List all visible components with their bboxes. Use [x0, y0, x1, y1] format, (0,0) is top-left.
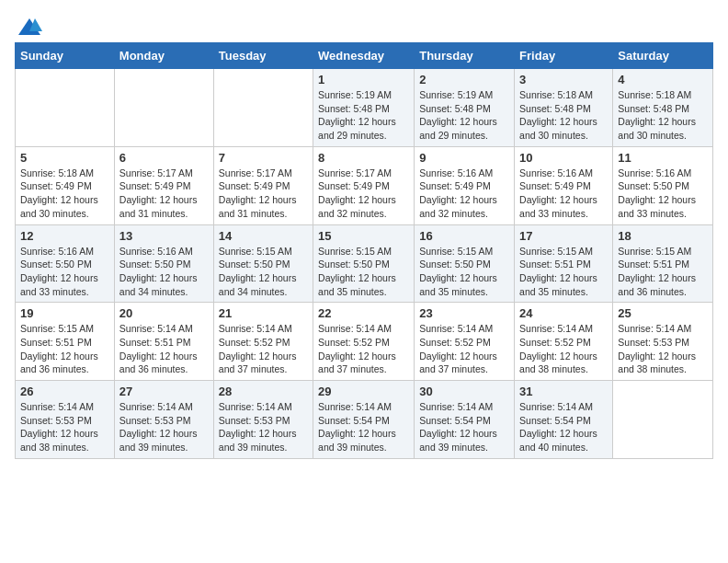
- day-info: Sunrise: 5:17 AM Sunset: 5:49 PM Dayligh…: [119, 167, 209, 221]
- day-info: Sunrise: 5:16 AM Sunset: 5:50 PM Dayligh…: [618, 167, 708, 221]
- logo-icon: [17, 15, 42, 40]
- day-number: 27: [119, 385, 209, 398]
- day-info: Sunrise: 5:16 AM Sunset: 5:50 PM Dayligh…: [20, 245, 109, 299]
- day-number: 22: [318, 306, 409, 320]
- calendar-week-row: 26Sunrise: 5:14 AM Sunset: 5:53 PM Dayli…: [16, 381, 713, 459]
- day-info: Sunrise: 5:18 AM Sunset: 5:48 PM Dayligh…: [519, 88, 608, 143]
- day-number: 24: [519, 306, 608, 320]
- day-header-sunday: Sunday: [16, 43, 115, 69]
- day-number: 18: [618, 229, 708, 243]
- calendar-cell: 8Sunrise: 5:17 AM Sunset: 5:49 PM Daylig…: [313, 146, 415, 224]
- calendar-cell: 26Sunrise: 5:14 AM Sunset: 5:53 PM Dayli…: [16, 381, 115, 459]
- day-number: 31: [519, 385, 608, 398]
- calendar-cell: 31Sunrise: 5:14 AM Sunset: 5:54 PM Dayli…: [515, 381, 613, 459]
- calendar-cell: 7Sunrise: 5:17 AM Sunset: 5:49 PM Daylig…: [213, 146, 313, 224]
- calendar-cell: 28Sunrise: 5:14 AM Sunset: 5:53 PM Dayli…: [213, 381, 313, 459]
- calendar-cell: 12Sunrise: 5:16 AM Sunset: 5:50 PM Dayli…: [16, 224, 115, 303]
- day-info: Sunrise: 5:14 AM Sunset: 5:52 PM Dayligh…: [219, 322, 308, 376]
- day-info: Sunrise: 5:14 AM Sunset: 5:54 PM Dayligh…: [519, 400, 608, 454]
- day-info: Sunrise: 5:17 AM Sunset: 5:49 PM Dayligh…: [219, 167, 308, 221]
- day-info: Sunrise: 5:15 AM Sunset: 5:50 PM Dayligh…: [318, 245, 409, 299]
- day-header-friday: Friday: [515, 43, 613, 69]
- calendar-cell: 9Sunrise: 5:16 AM Sunset: 5:49 PM Daylig…: [415, 146, 515, 224]
- day-info: Sunrise: 5:17 AM Sunset: 5:49 PM Dayligh…: [318, 167, 409, 221]
- calendar-cell: 27Sunrise: 5:14 AM Sunset: 5:53 PM Dayli…: [114, 381, 213, 459]
- page-header: [15, 15, 713, 35]
- logo: [15, 15, 42, 35]
- calendar-cell: 22Sunrise: 5:14 AM Sunset: 5:52 PM Dayli…: [313, 303, 415, 381]
- calendar-week-row: 1Sunrise: 5:19 AM Sunset: 5:48 PM Daylig…: [16, 69, 713, 147]
- calendar-cell: 15Sunrise: 5:15 AM Sunset: 5:50 PM Dayli…: [313, 224, 415, 303]
- day-number: 23: [419, 306, 509, 320]
- day-info: Sunrise: 5:14 AM Sunset: 5:53 PM Dayligh…: [20, 400, 109, 454]
- day-number: 1: [318, 73, 409, 86]
- day-info: Sunrise: 5:18 AM Sunset: 5:49 PM Dayligh…: [20, 167, 109, 221]
- calendar-cell: 5Sunrise: 5:18 AM Sunset: 5:49 PM Daylig…: [16, 146, 115, 224]
- day-number: 29: [318, 385, 409, 398]
- day-info: Sunrise: 5:18 AM Sunset: 5:48 PM Dayligh…: [618, 88, 708, 143]
- calendar-cell: 11Sunrise: 5:16 AM Sunset: 5:50 PM Dayli…: [613, 146, 713, 224]
- calendar-cell: 17Sunrise: 5:15 AM Sunset: 5:51 PM Dayli…: [515, 224, 613, 303]
- day-info: Sunrise: 5:19 AM Sunset: 5:48 PM Dayligh…: [318, 88, 409, 143]
- calendar-cell: [613, 381, 713, 459]
- day-header-wednesday: Wednesday: [313, 43, 415, 69]
- day-number: 15: [318, 229, 409, 243]
- calendar-body: 1Sunrise: 5:19 AM Sunset: 5:48 PM Daylig…: [16, 69, 713, 459]
- day-info: Sunrise: 5:16 AM Sunset: 5:49 PM Dayligh…: [519, 167, 608, 221]
- calendar-table: SundayMondayTuesdayWednesdayThursdayFrid…: [15, 42, 713, 459]
- calendar-cell: 24Sunrise: 5:14 AM Sunset: 5:52 PM Dayli…: [515, 303, 613, 381]
- day-info: Sunrise: 5:19 AM Sunset: 5:48 PM Dayligh…: [419, 88, 509, 143]
- day-info: Sunrise: 5:14 AM Sunset: 5:52 PM Dayligh…: [419, 322, 509, 376]
- calendar-cell: [213, 69, 313, 147]
- day-info: Sunrise: 5:15 AM Sunset: 5:50 PM Dayligh…: [419, 245, 509, 299]
- day-info: Sunrise: 5:16 AM Sunset: 5:50 PM Dayligh…: [119, 245, 209, 299]
- calendar-cell: 16Sunrise: 5:15 AM Sunset: 5:50 PM Dayli…: [415, 224, 515, 303]
- day-info: Sunrise: 5:14 AM Sunset: 5:52 PM Dayligh…: [519, 322, 608, 376]
- day-info: Sunrise: 5:15 AM Sunset: 5:51 PM Dayligh…: [20, 322, 109, 376]
- day-number: 3: [519, 73, 608, 86]
- calendar-week-row: 19Sunrise: 5:15 AM Sunset: 5:51 PM Dayli…: [16, 303, 713, 381]
- day-info: Sunrise: 5:14 AM Sunset: 5:51 PM Dayligh…: [119, 322, 209, 376]
- calendar-cell: [114, 69, 213, 147]
- day-info: Sunrise: 5:14 AM Sunset: 5:54 PM Dayligh…: [419, 400, 509, 454]
- calendar-week-row: 5Sunrise: 5:18 AM Sunset: 5:49 PM Daylig…: [16, 146, 713, 224]
- day-number: 20: [119, 306, 209, 320]
- calendar-cell: 14Sunrise: 5:15 AM Sunset: 5:50 PM Dayli…: [213, 224, 313, 303]
- day-info: Sunrise: 5:14 AM Sunset: 5:54 PM Dayligh…: [318, 400, 409, 454]
- day-header-tuesday: Tuesday: [213, 43, 313, 69]
- day-header-saturday: Saturday: [613, 43, 713, 69]
- calendar-cell: 30Sunrise: 5:14 AM Sunset: 5:54 PM Dayli…: [415, 381, 515, 459]
- day-info: Sunrise: 5:14 AM Sunset: 5:53 PM Dayligh…: [219, 400, 308, 454]
- day-number: 8: [318, 151, 409, 165]
- calendar-cell: 2Sunrise: 5:19 AM Sunset: 5:48 PM Daylig…: [415, 69, 515, 147]
- calendar-cell: 19Sunrise: 5:15 AM Sunset: 5:51 PM Dayli…: [16, 303, 115, 381]
- calendar-cell: 25Sunrise: 5:14 AM Sunset: 5:53 PM Dayli…: [613, 303, 713, 381]
- day-info: Sunrise: 5:14 AM Sunset: 5:53 PM Dayligh…: [119, 400, 209, 454]
- day-number: 26: [20, 385, 109, 398]
- day-number: 19: [20, 306, 109, 320]
- day-number: 2: [419, 73, 509, 86]
- day-header-monday: Monday: [114, 43, 213, 69]
- calendar-cell: 13Sunrise: 5:16 AM Sunset: 5:50 PM Dayli…: [114, 224, 213, 303]
- calendar-cell: 18Sunrise: 5:15 AM Sunset: 5:51 PM Dayli…: [613, 224, 713, 303]
- day-number: 10: [519, 151, 608, 165]
- day-number: 7: [219, 151, 308, 165]
- day-number: 4: [618, 73, 708, 86]
- calendar-cell: 1Sunrise: 5:19 AM Sunset: 5:48 PM Daylig…: [313, 69, 415, 147]
- calendar-header-row: SundayMondayTuesdayWednesdayThursdayFrid…: [16, 43, 713, 69]
- day-number: 21: [219, 306, 308, 320]
- day-number: 30: [419, 385, 509, 398]
- calendar-cell: 3Sunrise: 5:18 AM Sunset: 5:48 PM Daylig…: [515, 69, 613, 147]
- day-info: Sunrise: 5:16 AM Sunset: 5:49 PM Dayligh…: [419, 167, 509, 221]
- day-info: Sunrise: 5:14 AM Sunset: 5:52 PM Dayligh…: [318, 322, 409, 376]
- day-number: 25: [618, 306, 708, 320]
- day-number: 11: [618, 151, 708, 165]
- day-info: Sunrise: 5:15 AM Sunset: 5:51 PM Dayligh…: [618, 245, 708, 299]
- day-number: 6: [119, 151, 209, 165]
- day-header-thursday: Thursday: [415, 43, 515, 69]
- calendar-cell: 10Sunrise: 5:16 AM Sunset: 5:49 PM Dayli…: [515, 146, 613, 224]
- day-number: 17: [519, 229, 608, 243]
- calendar-cell: 23Sunrise: 5:14 AM Sunset: 5:52 PM Dayli…: [415, 303, 515, 381]
- day-number: 13: [119, 229, 209, 243]
- calendar-cell: 6Sunrise: 5:17 AM Sunset: 5:49 PM Daylig…: [114, 146, 213, 224]
